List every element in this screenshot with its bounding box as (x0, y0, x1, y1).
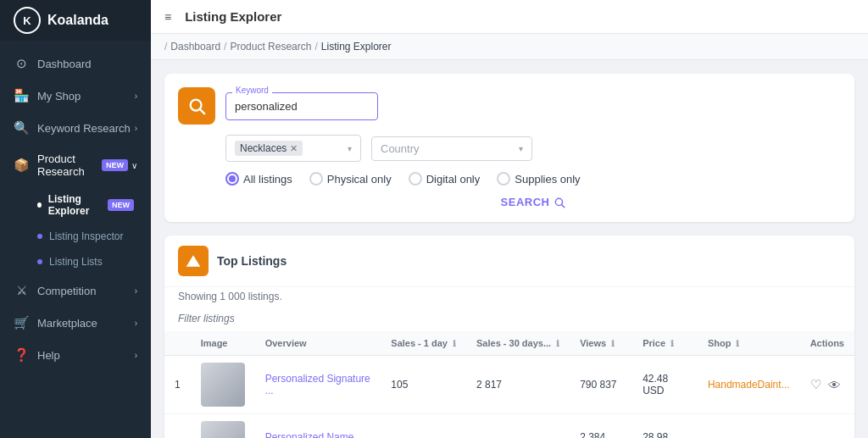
row-shop: NisPersonalized (698, 414, 800, 439)
sidebar-item-product-research[interactable]: 📦 Product Research new ∨ (0, 144, 151, 186)
chevron-down-icon: ∨ (131, 161, 137, 170)
sidebar-item-keyword-research[interactable]: 🔍 Keyword Research › (0, 112, 151, 144)
table-header: Image Overview Sales - 1 day ℹ Sales - 3… (164, 331, 854, 356)
row-views: 790 837 (570, 356, 632, 414)
radio-indicator (497, 172, 510, 186)
radio-physical-only[interactable]: Physical only (309, 172, 392, 186)
radio-supplies-only[interactable]: Supplies only (497, 172, 580, 186)
radio-digital-only[interactable]: Digital only (409, 172, 481, 186)
row-shop: HandmadeDaint... (698, 356, 800, 414)
results-icon (178, 246, 209, 276)
help-icon: ❓ (14, 347, 29, 363)
row-image (191, 414, 255, 439)
sidebar-item-listing-inspector[interactable]: Listing Inspector (0, 224, 151, 249)
dashboard-icon: ⊙ (14, 56, 29, 71)
row-title: Personalized Name Neck... (255, 414, 381, 439)
shop-link[interactable]: HandmadeDaint... (708, 379, 790, 391)
top-bar: ≡ Listing Explorer (151, 0, 868, 34)
sidebar-item-listing-lists[interactable]: Listing Lists (0, 249, 151, 274)
radio-indicator (225, 172, 239, 186)
table-row: 1 Personalized Signature ... 105 2 817 7… (164, 356, 854, 414)
chevron-down-icon: ▾ (519, 144, 523, 153)
action-icons: ♡ 👁 (810, 377, 844, 392)
col-actions: Actions (800, 331, 854, 356)
radio-label: All listings (243, 173, 292, 186)
content-area: Keyword Necklaces ✕ ▾ Country ▾ (151, 60, 868, 438)
sidebar: K Koalanda ⊙ Dashboard 🏪 My Shop › 🔍 Key… (0, 0, 151, 438)
sidebar-item-label: Marketplace (37, 317, 135, 330)
sidebar-item-label: Keyword Research (37, 122, 135, 135)
page-title: Listing Explorer (185, 9, 281, 24)
showing-count: Showing 1 000 listings. (164, 287, 854, 309)
dot-icon (37, 234, 42, 239)
col-price: Price ℹ (632, 331, 698, 356)
col-num (164, 331, 191, 356)
row-views: 2 384 417 (570, 414, 632, 439)
svg-line-3 (562, 204, 565, 207)
sidebar-item-my-shop[interactable]: 🏪 My Shop › (0, 80, 151, 112)
sub-nav-label: Listing Inspector (49, 230, 123, 242)
tag-remove-icon[interactable]: ✕ (290, 143, 298, 154)
favorite-icon[interactable]: ♡ (810, 377, 821, 392)
filter-listings[interactable]: Filter listings (164, 309, 854, 331)
results-title: Top Listings (217, 254, 287, 268)
row-actions: ♡ 👁 (800, 414, 854, 439)
keyword-label: Keyword (232, 86, 272, 95)
info-icon: ℹ (670, 339, 674, 348)
sub-nav-label: Listing Explorer (48, 193, 108, 217)
search-btn-icon (554, 197, 565, 208)
breadcrumb-slash: / (224, 41, 226, 53)
breadcrumb-slash: / (314, 41, 317, 53)
shop-icon: 🏪 (14, 88, 29, 103)
sidebar-item-dashboard[interactable]: ⊙ Dashboard (0, 47, 151, 80)
sidebar-item-competition[interactable]: ⚔ Competition › (0, 274, 151, 307)
keyword-input[interactable] (225, 92, 378, 120)
sidebar-item-marketplace[interactable]: 🛒 Marketplace › (0, 307, 151, 339)
thumbnail (201, 363, 245, 407)
keyword-icon: 🔍 (14, 120, 29, 136)
logo[interactable]: K Koalanda (0, 0, 151, 41)
listing-link[interactable]: Personalized Name Neck... (265, 431, 354, 438)
product-image (201, 421, 245, 438)
main-content: ≡ Listing Explorer / Dashboard / Product… (151, 0, 868, 438)
sidebar-item-listing-explorer[interactable]: Listing Explorer new (0, 186, 151, 224)
col-sales1d: Sales - 1 day ℹ (381, 331, 466, 356)
row-title: Personalized Signature ... (255, 356, 381, 414)
search-btn-row: SEARCH (225, 196, 841, 208)
results-header: Top Listings (164, 236, 854, 287)
results-panel: Top Listings Showing 1 000 listings. Fil… (164, 236, 854, 438)
radio-label: Digital only (426, 173, 481, 186)
new-badge: new (102, 159, 128, 171)
breadcrumb-current: Listing Explorer (321, 41, 392, 53)
search-icon-button[interactable] (178, 87, 215, 125)
product-icon: 📦 (14, 158, 29, 173)
breadcrumb-slash: / (164, 41, 167, 53)
row-actions: ♡ 👁 (800, 356, 854, 414)
row-image (191, 356, 255, 414)
chart-icon (185, 252, 202, 269)
hamburger-icon[interactable]: ≡ (164, 10, 171, 24)
listing-link[interactable]: Personalized Signature ... (265, 373, 370, 396)
sidebar-item-help[interactable]: ❓ Help › (0, 339, 151, 371)
category-select[interactable]: Necklaces ✕ ▾ (225, 135, 361, 162)
col-overview: Overview (255, 331, 381, 356)
view-icon[interactable]: 👁 (828, 378, 841, 392)
country-select[interactable]: Country ▾ (371, 136, 532, 161)
info-icon: ℹ (736, 339, 739, 348)
search-icon (187, 97, 206, 115)
sub-nav-label: Listing Lists (49, 256, 103, 268)
sidebar-item-label: Dashboard (37, 58, 137, 70)
filter-row: Necklaces ✕ ▾ Country ▾ (225, 135, 841, 162)
breadcrumb-product-research[interactable]: Product Research (230, 41, 311, 53)
row-price: 42.48 USD (632, 356, 698, 414)
chevron-right-icon: › (135, 91, 137, 101)
logo-icon: K (14, 7, 41, 34)
breadcrumb-dashboard[interactable]: Dashboard (170, 41, 220, 53)
tag-label: Necklaces (240, 142, 287, 154)
search-button[interactable]: SEARCH (501, 196, 566, 208)
info-icon: ℹ (611, 339, 615, 348)
search-button-label: SEARCH (501, 196, 550, 208)
radio-label: Supplies only (515, 173, 580, 186)
radio-all-listings[interactable]: All listings (225, 172, 292, 186)
radio-label: Physical only (327, 173, 392, 186)
